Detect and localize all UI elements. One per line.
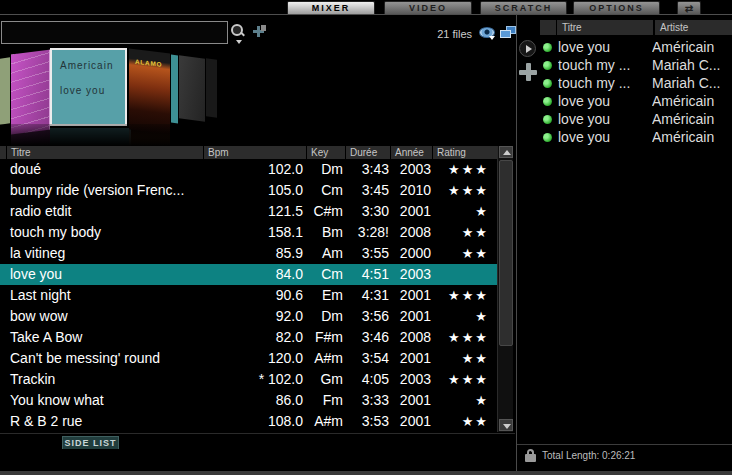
sidelist-item-artist: Américain [652, 39, 732, 55]
lock-icon[interactable] [525, 449, 536, 462]
window-swap-icon[interactable]: ⇄ [677, 1, 701, 14]
track-bpm: 84.0 [207, 264, 303, 285]
scroll-up-button[interactable] [499, 146, 513, 158]
table-row[interactable]: You know what 86.0 Fm 3:33 2001 ★ [0, 390, 497, 411]
coverflow: Americain love you ALAMO [0, 46, 290, 148]
track-duration: 4:51 [343, 264, 389, 285]
table-row[interactable]: touch my body 158.1 Bm 3:28! 2008 ★★ [0, 222, 497, 243]
track-bpm: * 102.0 [207, 369, 303, 390]
table-row[interactable]: doué 102.0 Dm 3:43 2003 ★★★ [0, 159, 497, 180]
cover-album-right-2[interactable] [171, 55, 178, 124]
search-options-chevron-icon[interactable] [236, 40, 242, 44]
track-bpm: 108.0 [207, 411, 303, 432]
cover-album-right-4[interactable] [206, 58, 217, 118]
list-item[interactable]: love you Américain [540, 92, 732, 110]
list-item[interactable]: love you Américain [540, 38, 732, 56]
search-icon[interactable] [231, 24, 245, 38]
sidelist-item-title: love you [558, 39, 652, 55]
column-header-blank[interactable] [0, 146, 6, 159]
search-input[interactable] [1, 21, 228, 44]
panel-divider [516, 14, 517, 471]
track-duration: 3:56 [343, 306, 389, 327]
table-row[interactable]: bumpy ride (version Frenc... 105.0 Cm 3:… [0, 180, 497, 201]
sidelist-rows: love you Américain touch my ... Mariah C… [540, 38, 732, 146]
add-file-icon[interactable] [252, 25, 266, 39]
sidelist-item-title: love you [558, 93, 652, 109]
scrollbar-thumb[interactable] [499, 160, 513, 346]
list-item[interactable]: touch my ... Mariah C... [540, 56, 732, 74]
sidelist-header-blank[interactable] [540, 20, 556, 35]
list-item[interactable]: love you Américain [540, 128, 732, 146]
view-eye-icon[interactable] [479, 27, 497, 40]
tab-mixer[interactable]: MIXER [287, 1, 375, 14]
cover-album-right[interactable]: ALAMO [129, 48, 170, 134]
table-row[interactable]: R & B 2 rue 108.0 A#m 3:53 2001 ★★ [0, 411, 497, 432]
track-title: doué [0, 159, 207, 180]
table-row[interactable]: Last night 90.6 Em 4:31 2001 ★★★ [0, 285, 497, 306]
column-header-year[interactable]: Année [391, 146, 432, 159]
list-item[interactable]: love you Américain [540, 110, 732, 128]
track-key: C#m [303, 201, 343, 222]
status-divider [517, 444, 732, 445]
track-year: 2008 [389, 327, 431, 348]
track-key: A#m [303, 411, 343, 432]
track-key: Fm [303, 390, 343, 411]
track-duration: 3:53 [343, 411, 389, 432]
dual-monitor-icon[interactable] [500, 26, 517, 40]
lock-body [525, 454, 536, 462]
list-item[interactable]: touch my ... Mariah C... [540, 74, 732, 92]
track-duration: 4:31 [343, 285, 389, 306]
track-year: 2001 [389, 390, 431, 411]
track-key: A#m [303, 348, 343, 369]
sidelist-item-artist: Américain [652, 111, 732, 127]
tab-scratch[interactable]: SCRATCH [480, 1, 567, 14]
sidelist-header-artist[interactable]: Artiste [655, 20, 732, 35]
track-rating-stars: ★★ [431, 222, 497, 243]
status-dot-icon [543, 79, 552, 88]
column-header-key[interactable]: Key [307, 146, 345, 159]
track-rating-stars: ★★★ [431, 327, 497, 348]
track-key: Dm [303, 159, 343, 180]
track-bpm: 121.5 [207, 201, 303, 222]
column-header-title[interactable]: Titre [7, 146, 203, 159]
cover-album-left[interactable] [11, 50, 50, 135]
window-bottom-edge [0, 471, 732, 475]
table-row[interactable]: bow wow 92.0 Dm 3:56 2001 ★ [0, 306, 497, 327]
status-dot-icon [543, 43, 552, 52]
table-row[interactable]: Trackin * 102.0 Gm 4:05 2003 ★★★ [0, 369, 497, 390]
play-icon [526, 45, 532, 53]
track-year: 2008 [389, 222, 431, 243]
sidelist-item-title: touch my ... [558, 57, 652, 73]
table-row[interactable]: love you 84.0 Cm 4:51 2003 [0, 264, 497, 285]
track-key: Bm [303, 222, 343, 243]
coverflow-fade [0, 124, 290, 148]
side-list-tab[interactable]: SIDE LIST [62, 436, 119, 449]
cover-artist-text: Americain [60, 60, 125, 71]
plus-icon-v [526, 63, 531, 81]
track-duration: 3:54 [343, 348, 389, 369]
library-scrollbar[interactable] [497, 146, 513, 432]
track-title: Trackin [0, 369, 207, 390]
scroll-down-button[interactable] [499, 419, 513, 431]
column-header-duration[interactable]: Durée [346, 146, 390, 159]
sidelist-play-button[interactable] [519, 40, 536, 57]
poster-title-text: ALAMO [135, 58, 166, 69]
table-row[interactable]: radio etdit 121.5 C#m 3:30 2001 ★ [0, 201, 497, 222]
cover-album-current[interactable]: Americain love you [50, 48, 127, 126]
table-row[interactable]: Can't be messing' round 120.0 A#m 3:54 2… [0, 348, 497, 369]
column-header-bpm[interactable]: Bpm [204, 146, 306, 159]
table-row[interactable]: la vitineg 85.9 Am 3:55 2000 ★★ [0, 243, 497, 264]
track-title: la vitineg [0, 243, 207, 264]
track-year: 2001 [389, 201, 431, 222]
cover-album-far-left[interactable] [0, 57, 10, 124]
track-bpm: 86.0 [207, 390, 303, 411]
sidelist-header-title[interactable]: Titre [557, 20, 653, 35]
tab-options[interactable]: OPTIONS [573, 1, 660, 14]
column-header-rating[interactable]: Rating [433, 146, 497, 159]
track-year: 2003 [389, 264, 431, 285]
cover-album-right-3[interactable] [179, 55, 205, 122]
table-row[interactable]: Take A Bow 82.0 F#m 3:46 2008 ★★★ [0, 327, 497, 348]
sidelist-add-button[interactable] [518, 62, 538, 82]
tab-video[interactable]: VIDEO [384, 1, 472, 14]
status-dot-icon [543, 61, 552, 70]
